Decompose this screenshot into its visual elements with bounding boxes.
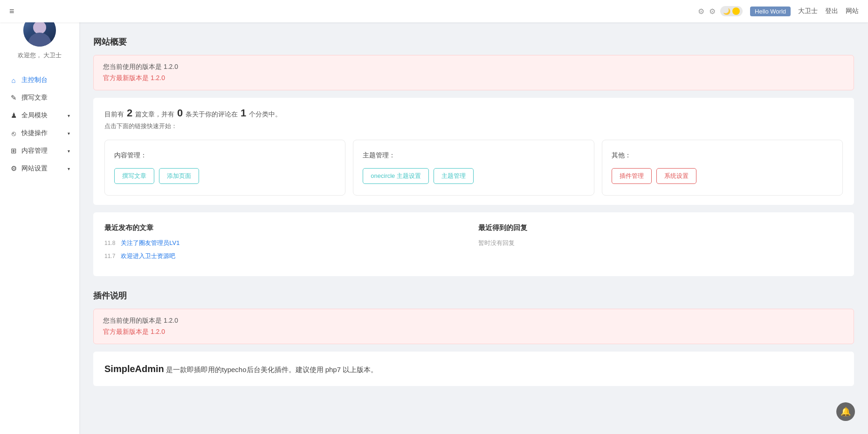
quick-links-row: 内容管理： 撰写文章 添加页面 主题管理： onecircle 主题设置 主题管… <box>104 140 843 196</box>
settings-sidebar-icon: ⚙ <box>9 164 18 173</box>
chevron-down-icon-3: ▾ <box>68 149 70 154</box>
sidebar-item-content[interactable]: ⊞ 内容管理 ▾ <box>0 142 79 160</box>
write-article-button[interactable]: 撰写文章 <box>114 168 154 184</box>
article-link-1[interactable]: 关注了圈友管理员LV1 <box>121 239 179 247</box>
article-list: 11.8 关注了圈友管理员LV1 11.7 欢迎进入卫士资源吧 <box>104 239 469 260</box>
theme-toggle[interactable]: 🌙 <box>720 6 743 16</box>
site-overview-section: 网站概要 您当前使用的版本是 1.2.0 官方最新版本是 1.2.0 目前有 2… <box>93 36 854 276</box>
theme-management-card: 主题管理： onecircle 主题设置 主题管理 <box>353 140 594 196</box>
sidebar-item-dashboard[interactable]: ⌂ 主控制台 <box>0 71 79 89</box>
sidebar-item-write[interactable]: ✎ 撰写文章 <box>0 89 79 107</box>
nav-icons: ⚙ ⚙ 🌙 <box>698 6 743 16</box>
sidebar-label-write: 撰写文章 <box>21 94 48 102</box>
write-icon: ✎ <box>9 94 18 102</box>
recent-articles-title: 最近发布的文章 <box>104 224 469 232</box>
home-icon: ⌂ <box>9 76 18 84</box>
article-link-2[interactable]: 欢迎进入卫士资源吧 <box>121 252 175 260</box>
content-card-title: 内容管理： <box>114 151 336 160</box>
recent-replies-title: 最近得到的回复 <box>478 224 843 232</box>
welcome-text: 欢迎您， 大卫士 <box>18 51 62 60</box>
plugin-latest-version-link[interactable]: 官方最新版本是 1.2.0 <box>103 328 165 335</box>
hamburger-menu[interactable]: ≡ <box>9 7 14 16</box>
stats-text-after-comments: 条关于你的评论在 <box>186 110 238 118</box>
theme-card-buttons: onecircle 主题设置 主题管理 <box>363 168 584 184</box>
categories-count: 1 <box>241 107 246 119</box>
articles-count: 2 <box>127 107 132 119</box>
list-item: 11.8 关注了圈友管理员LV1 <box>104 239 469 247</box>
version-text: 您当前使用的版本是 1.2.0 <box>103 63 844 71</box>
bell-icon: 🔔 <box>840 407 851 417</box>
latest-version-link[interactable]: 官方最新版本是 1.2.0 <box>103 74 165 81</box>
moon-icon: 🌙 <box>723 8 730 15</box>
other-card: 其他： 插件管理 系统设置 <box>602 140 843 196</box>
other-card-title: 其他： <box>612 151 833 160</box>
recent-section: 最近发布的文章 11.8 关注了圈友管理员LV1 11.7 欢迎进入卫士资源吧 … <box>93 212 854 276</box>
stats-text-after-articles: 篇文章，并有 <box>135 110 174 118</box>
plugin-section-title: 插件说明 <box>93 290 854 301</box>
plugin-manage-button[interactable]: 插件管理 <box>612 168 652 184</box>
sidebar-label-modules: 全局模块 <box>21 111 48 120</box>
no-reply-text: 暂时没有回复 <box>478 239 843 247</box>
modules-icon: ♟ <box>9 111 18 120</box>
quick-start-text: 点击下面的链接快速开始： <box>104 122 843 130</box>
chevron-down-icon-4: ▾ <box>68 166 70 171</box>
plugin-version-text: 您当前使用的版本是 1.2.0 <box>103 317 844 325</box>
sidebar-label-quick: 快捷操作 <box>21 129 48 137</box>
hello-world-badge: Hello World <box>750 7 791 16</box>
quick-icon: ⎋ <box>9 129 18 137</box>
chevron-down-icon: ▾ <box>68 113 70 118</box>
comments-count: 0 <box>177 107 183 119</box>
main-content: 网站概要 您当前使用的版本是 1.2.0 官方最新版本是 1.2.0 目前有 2… <box>79 22 868 434</box>
plugin-intro-body: 是一款即插即用的typecho后台美化插件。建议使用 php7 以上版本。 <box>166 366 378 373</box>
version-alert: 您当前使用的版本是 1.2.0 官方最新版本是 1.2.0 <box>93 55 854 90</box>
stats-text: 目前有 2 篇文章，并有 0 条关于你的评论在 1 个分类中。 <box>104 107 843 119</box>
add-page-button[interactable]: 添加页面 <box>159 168 199 184</box>
logout-link[interactable]: 登出 <box>825 7 838 15</box>
plugin-intro-text: SimpleAdmin 是一款即插即用的typecho后台美化插件。建议使用 p… <box>104 361 843 377</box>
content-card-buttons: 撰写文章 添加页面 <box>114 168 336 184</box>
notification-bell[interactable]: 🔔 <box>836 402 855 421</box>
recent-replies-col: 最近得到的回复 暂时没有回复 <box>478 224 843 265</box>
site-link[interactable]: 网站 <box>846 7 859 15</box>
top-nav-right: ⚙ ⚙ 🌙 Hello World 大卫士 登出 网站 <box>698 6 859 16</box>
plugin-name: SimpleAdmin <box>104 364 164 374</box>
recent-articles-col: 最近发布的文章 11.8 关注了圈友管理员LV1 11.7 欢迎进入卫士资源吧 <box>104 224 469 265</box>
content-management-card: 内容管理： 撰写文章 添加页面 <box>104 140 345 196</box>
theme-management-button[interactable]: 主题管理 <box>434 168 474 184</box>
theme-card-title: 主题管理： <box>363 151 584 160</box>
settings-icon-2[interactable]: ⚙ <box>709 7 716 16</box>
top-nav-left: ≡ <box>9 7 14 16</box>
plugin-version-alert: 您当前使用的版本是 1.2.0 官方最新版本是 1.2.0 <box>93 309 854 344</box>
sidebar-label-dashboard: 主控制台 <box>21 76 48 84</box>
sidebar-username: 大卫士 <box>43 52 62 59</box>
content-icon: ⊞ <box>9 147 18 155</box>
sidebar-label-content: 内容管理 <box>21 147 48 155</box>
stats-card: 目前有 2 篇文章，并有 0 条关于你的评论在 1 个分类中。 点击下面的链接快… <box>93 98 854 205</box>
stats-text-after-categories: 个分类中。 <box>249 110 282 118</box>
plugin-description: SimpleAdmin 是一款即插即用的typecho后台美化插件。建议使用 p… <box>93 352 854 386</box>
sidebar-item-quick-ops[interactable]: ⎋ 快捷操作 ▾ <box>0 124 79 142</box>
sidebar: 欢迎您， 大卫士 ⌂ 主控制台 ✎ 撰写文章 ♟ 全局模块 ▾ ⎋ 快捷操作 ▾… <box>0 0 79 434</box>
other-card-buttons: 插件管理 系统设置 <box>612 168 833 184</box>
plugin-section: 插件说明 您当前使用的版本是 1.2.0 官方最新版本是 1.2.0 Simpl… <box>93 290 854 386</box>
list-item: 11.7 欢迎进入卫士资源吧 <box>104 252 469 260</box>
stats-text-before-articles: 目前有 <box>104 110 124 118</box>
toggle-dot <box>732 7 740 15</box>
system-settings-button[interactable]: 系统设置 <box>656 168 696 184</box>
theme-settings-button[interactable]: onecircle 主题设置 <box>363 168 429 184</box>
sidebar-item-settings[interactable]: ⚙ 网站设置 ▾ <box>0 160 79 177</box>
sidebar-nav: ⌂ 主控制台 ✎ 撰写文章 ♟ 全局模块 ▾ ⎋ 快捷操作 ▾ ⊞ 内容管理 ▾… <box>0 71 79 182</box>
sidebar-label-settings: 网站设置 <box>21 164 48 173</box>
username-link[interactable]: 大卫士 <box>798 7 818 15</box>
welcome-label: 欢迎您， <box>18 52 42 59</box>
settings-icon[interactable]: ⚙ <box>698 7 704 16</box>
chevron-down-icon-2: ▾ <box>68 131 70 136</box>
article-date-2: 11.7 <box>104 253 115 259</box>
article-date-1: 11.8 <box>104 240 115 246</box>
site-overview-title: 网站概要 <box>93 36 854 47</box>
sidebar-item-global-modules[interactable]: ♟ 全局模块 ▾ <box>0 107 79 124</box>
top-navigation: ≡ ⚙ ⚙ 🌙 Hello World 大卫士 登出 网站 <box>0 0 868 22</box>
